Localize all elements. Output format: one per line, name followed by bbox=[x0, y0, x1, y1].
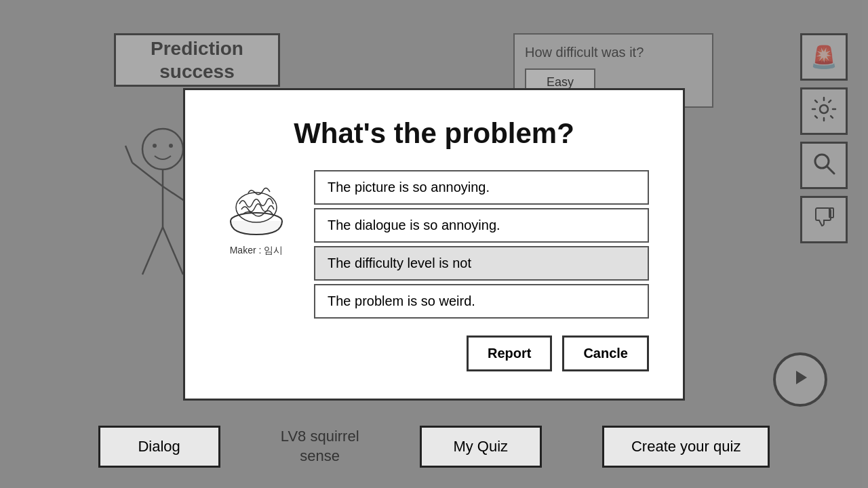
option-weird[interactable]: The problem is so weird. bbox=[314, 284, 649, 319]
level-text: LV8 squirrel sense bbox=[281, 427, 359, 466]
modal-content: Maker : 임시 The picture is so annoying. T… bbox=[219, 170, 649, 319]
my-quiz-button[interactable]: My Quiz bbox=[420, 426, 542, 468]
maker-label: Maker : 임시 bbox=[230, 245, 283, 257]
report-button[interactable]: Report bbox=[467, 336, 552, 371]
option-dialogue[interactable]: The dialogue is so annoying. bbox=[314, 208, 649, 243]
brain-bowl-icon bbox=[222, 170, 290, 238]
cancel-button[interactable]: Cancle bbox=[562, 336, 649, 371]
option-picture[interactable]: The picture is so annoying. bbox=[314, 170, 649, 205]
bottom-nav: Dialog LV8 squirrel sense My Quiz Create… bbox=[0, 426, 868, 468]
modal-footer: Report Cancle bbox=[219, 336, 649, 371]
create-quiz-button[interactable]: Create your quiz bbox=[602, 426, 770, 468]
dialog-button[interactable]: Dialog bbox=[98, 426, 220, 468]
modal-title: What's the problem? bbox=[219, 117, 649, 150]
svg-point-15 bbox=[236, 192, 277, 222]
modal-image-area: Maker : 임시 bbox=[219, 170, 294, 257]
report-modal: What's the problem? Maker : 임시 bbox=[183, 88, 685, 401]
option-difficulty[interactable]: The difficulty level is not bbox=[314, 246, 649, 281]
options-list: The picture is so annoying. The dialogue… bbox=[314, 170, 649, 319]
modal-overlay: What's the problem? Maker : 임시 bbox=[0, 0, 868, 488]
